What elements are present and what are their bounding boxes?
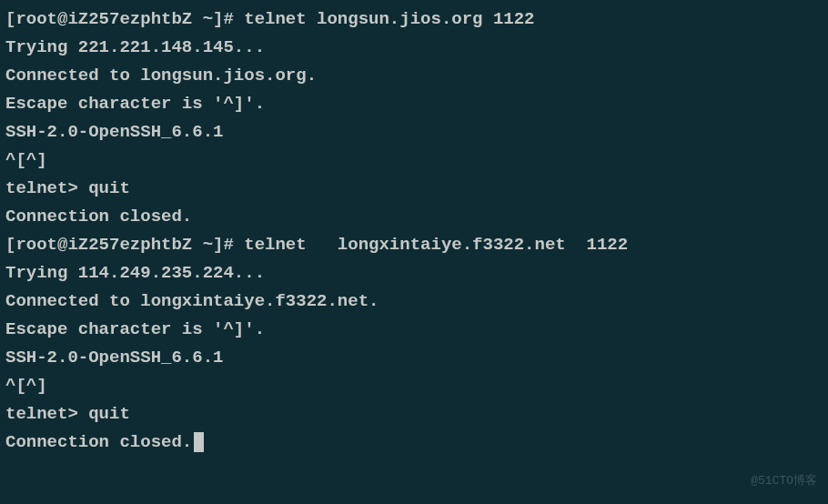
terminal-line: SSH-2.0-OpenSSH_6.6.1	[5, 344, 823, 372]
terminal-line: Escape character is '^]'.	[5, 90, 823, 118]
terminal-line: Connected to longxintaiye.f3322.net.	[5, 287, 823, 316]
terminal-line: Trying 114.249.235.224...	[5, 259, 823, 287]
cursor	[194, 432, 204, 452]
watermark: @51CTO博客	[751, 467, 817, 495]
terminal-line: telnet> quit	[5, 175, 823, 203]
terminal-line: Connection closed.	[5, 203, 823, 231]
terminal-line: ^[^]	[5, 372, 823, 400]
terminal-line: telnet> quit	[5, 400, 823, 428]
terminal-line: [root@iZ257ezphtbZ ~]# telnet longsun.ji…	[5, 5, 823, 34]
terminal-line: Connected to longsun.jios.org.	[5, 62, 823, 90]
terminal-line: Connection closed.	[5, 428, 823, 457]
terminal-line: SSH-2.0-OpenSSH_6.6.1	[5, 118, 823, 146]
terminal-line: ^[^]	[5, 146, 823, 175]
terminal-line: Trying 221.221.148.145...	[5, 34, 823, 62]
terminal-text: Connection closed.	[5, 432, 192, 452]
terminal-line: Escape character is '^]'.	[5, 316, 823, 344]
terminal-line: [root@iZ257ezphtbZ ~]# telnet longxintai…	[5, 231, 823, 259]
